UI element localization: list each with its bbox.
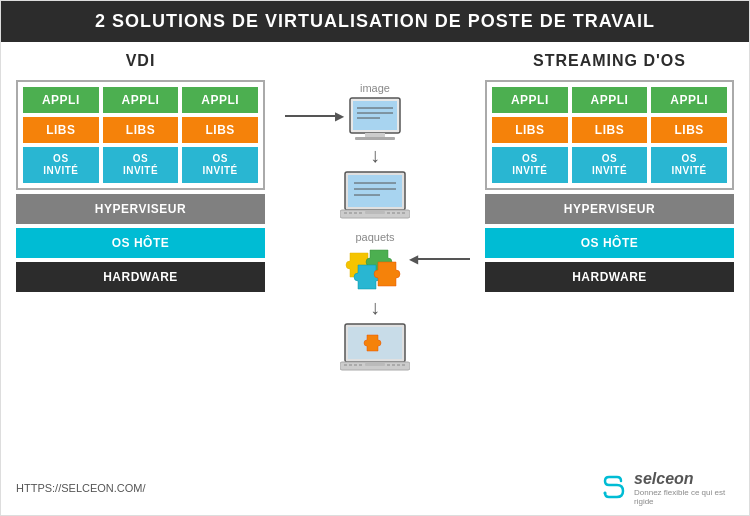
svg-rect-21 xyxy=(402,212,405,214)
vdi-libs-1: LIBS xyxy=(23,117,99,143)
svg-rect-32 xyxy=(397,364,400,366)
arrow-down-1: ↓ xyxy=(370,145,380,165)
vdi-box: APPLI APPLI APPLI LIBS LIBS LIBS OS INVI… xyxy=(16,80,265,190)
streaming-os-row: OS INVITÉ OS INVITÉ OS INVITÉ xyxy=(492,147,727,183)
streaming-os-hote: OS HÔTE xyxy=(485,228,734,258)
vdi-appli-2: APPLI xyxy=(103,87,179,113)
vdi-libs-3: LIBS xyxy=(182,117,258,143)
vdi-appli-1: APPLI xyxy=(23,87,99,113)
vdi-os-3: OS INVITÉ xyxy=(182,147,258,183)
svg-rect-15 xyxy=(349,212,352,214)
vdi-os-1: OS INVITÉ xyxy=(23,147,99,183)
streaming-libs-row: LIBS LIBS LIBS xyxy=(492,117,727,143)
svg-rect-17 xyxy=(359,212,362,214)
streaming-title: STREAMING D'OS xyxy=(533,52,686,70)
streaming-libs-2: LIBS xyxy=(572,117,648,143)
vdi-os-2: OS INVITÉ xyxy=(103,147,179,183)
logo-tagline: Donnez flexible ce qui est rigide xyxy=(634,488,734,507)
vdi-appli-3: APPLI xyxy=(182,87,258,113)
laptop-bottom-icon xyxy=(340,321,410,373)
footer: HTTPS://SELCEON.COM/ selceon Donnez flex… xyxy=(1,465,749,515)
vdi-appli-row: APPLI APPLI APPLI xyxy=(23,87,258,113)
svg-rect-14 xyxy=(344,212,347,214)
svg-rect-31 xyxy=(392,364,395,366)
svg-point-34 xyxy=(604,492,607,495)
svg-rect-18 xyxy=(387,212,390,214)
monitor-top-icon xyxy=(345,96,405,141)
streaming-os-1: OS INVITÉ xyxy=(492,147,568,183)
svg-rect-13 xyxy=(365,211,385,214)
streaming-os-3: OS INVITÉ xyxy=(651,147,727,183)
svg-rect-1 xyxy=(353,101,397,130)
svg-rect-19 xyxy=(392,212,395,214)
svg-rect-30 xyxy=(387,364,390,366)
vdi-libs-row: LIBS LIBS LIBS xyxy=(23,117,258,143)
svg-rect-20 xyxy=(397,212,400,214)
paquets-label: paquets xyxy=(355,231,394,243)
streaming-appli-3: APPLI xyxy=(651,87,727,113)
streaming-libs-1: LIBS xyxy=(492,117,568,143)
title-text: 2 SOLUTIONS DE VIRTUALISATION DE POSTE D… xyxy=(95,11,655,31)
vdi-os-row: OS INVITÉ OS INVITÉ OS INVITÉ xyxy=(23,147,258,183)
logo-text: selceon xyxy=(634,470,734,488)
image-label: image xyxy=(360,82,390,94)
streaming-box: APPLI APPLI APPLI LIBS LIBS LIBS OS INVI… xyxy=(485,80,734,190)
svg-rect-26 xyxy=(344,364,347,366)
streaming-appli-row: APPLI APPLI APPLI xyxy=(492,87,727,113)
svg-rect-8 xyxy=(348,175,402,207)
svg-rect-28 xyxy=(354,364,357,366)
page-title: 2 SOLUTIONS DE VIRTUALISATION DE POSTE D… xyxy=(1,1,749,42)
streaming-hyperviseur: HYPERVISEUR xyxy=(485,194,734,224)
svg-rect-5 xyxy=(365,133,385,137)
main-container: 2 SOLUTIONS DE VIRTUALISATION DE POSTE D… xyxy=(0,0,750,516)
footer-url: HTTPS://SELCEON.COM/ xyxy=(16,482,146,494)
streaming-appli-1: APPLI xyxy=(492,87,568,113)
streaming-appli-2: APPLI xyxy=(572,87,648,113)
svg-rect-27 xyxy=(349,364,352,366)
arrow-down-2: ↓ xyxy=(370,297,380,317)
svg-rect-25 xyxy=(365,363,385,366)
svg-rect-29 xyxy=(359,364,362,366)
content-area: VDI APPLI APPLI APPLI LIBS LIBS LIBS OS … xyxy=(1,42,749,465)
vdi-hardware: HARDWARE xyxy=(16,262,265,292)
streaming-hardware: HARDWARE xyxy=(485,262,734,292)
svg-rect-6 xyxy=(355,137,395,140)
footer-logo: selceon Donnez flexible ce qui est rigid… xyxy=(599,470,734,507)
svg-rect-33 xyxy=(402,364,405,366)
vdi-section: VDI APPLI APPLI APPLI LIBS LIBS LIBS OS … xyxy=(16,52,265,292)
selceon-logo-icon xyxy=(599,473,629,503)
vdi-os-hote: OS HÔTE xyxy=(16,228,265,258)
vdi-title: VDI xyxy=(126,52,156,70)
svg-rect-16 xyxy=(354,212,357,214)
laptop-top-icon xyxy=(340,169,410,221)
vdi-hyperviseur: HYPERVISEUR xyxy=(16,194,265,224)
streaming-section: STREAMING D'OS APPLI APPLI APPLI LIBS LI… xyxy=(485,52,734,292)
puzzle-icon xyxy=(340,245,410,293)
streaming-libs-3: LIBS xyxy=(651,117,727,143)
vdi-libs-2: LIBS xyxy=(103,117,179,143)
middle-section: ▶ image ↓ xyxy=(275,52,475,373)
streaming-os-2: OS INVITÉ xyxy=(572,147,648,183)
